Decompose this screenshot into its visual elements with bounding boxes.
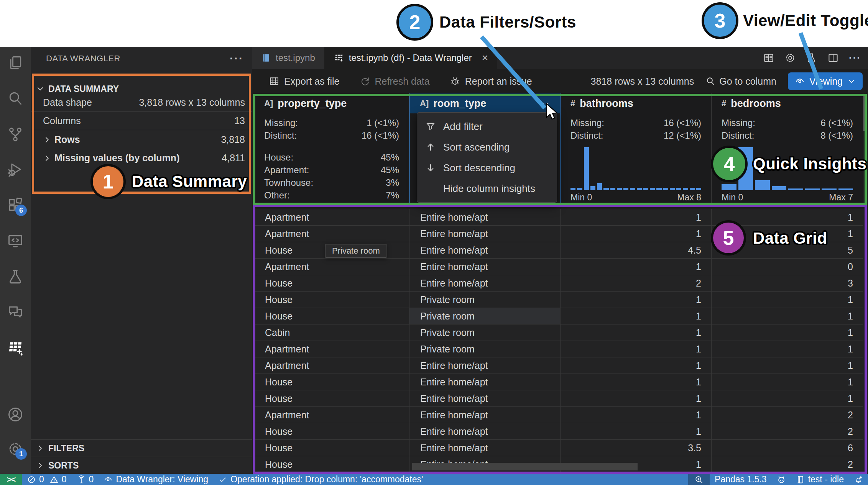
remote-explorer-icon[interactable]	[6, 232, 25, 250]
horizontal-scrollbar[interactable]	[412, 463, 638, 470]
close-icon[interactable]: ×	[482, 54, 488, 62]
table-cell[interactable]: 1	[561, 292, 712, 308]
github-status[interactable]	[772, 474, 791, 485]
table-cell[interactable]: 3.5	[561, 440, 712, 456]
account-icon[interactable]	[6, 405, 25, 424]
summary-row[interactable]: Missing values (by column)4,811	[31, 149, 252, 167]
go-to-column-button[interactable]: Go to column	[705, 76, 776, 87]
table-cell[interactable]: 1	[561, 226, 712, 242]
table-cell[interactable]: Entire home/apt	[409, 242, 561, 259]
table-cell[interactable]: 1	[561, 423, 712, 440]
table-cell[interactable]: Apartment	[254, 226, 409, 242]
table-cell[interactable]: Apartment	[254, 259, 409, 275]
table-cell[interactable]: Entire home/apt	[409, 209, 561, 226]
tab-notebook[interactable]: test.ipynb	[252, 47, 324, 69]
split-editor-icon[interactable]	[827, 52, 839, 64]
table-cell[interactable]: House	[254, 423, 409, 440]
explorer-icon[interactable]	[6, 54, 25, 72]
refresh-data-button[interactable]: Refresh data	[360, 76, 430, 87]
column-header-bathrooms[interactable]: # bathrooms Missing:16 (<1%) Distinct:12…	[561, 93, 712, 205]
operation-status[interactable]: Operation applied: Drop column: 'accommo…	[213, 474, 428, 485]
book-icon[interactable]	[763, 52, 774, 64]
vertical-scrollbar[interactable]	[863, 96, 866, 131]
table-cell[interactable]: 1	[712, 390, 863, 407]
table-cell[interactable]: Cabin	[254, 324, 409, 341]
table-cell[interactable]: Private room	[409, 341, 561, 357]
manage-gear-icon[interactable]: 1	[6, 440, 25, 458]
table-cell[interactable]: Entire home/apt	[409, 440, 561, 456]
table-cell[interactable]: 6	[712, 440, 863, 456]
column-header-property-type[interactable]: A] property_type Missing:1 (<1%) Distinc…	[254, 93, 409, 205]
table-cell[interactable]: 1	[712, 341, 863, 357]
table-cell[interactable]: House	[254, 374, 409, 390]
table-cell[interactable]: Apartment	[254, 407, 409, 423]
table-cell[interactable]: 1	[561, 374, 712, 390]
table-cell[interactable]: House	[254, 440, 409, 456]
view-edit-toggle-button[interactable]: Viewing	[788, 72, 863, 90]
table-cell[interactable]: Apartment	[254, 341, 409, 357]
filters-section[interactable]: FILTERS	[31, 439, 252, 457]
pandas-version-status[interactable]: Pandas 1.5.3	[710, 474, 772, 485]
table-cell[interactable]: 2	[561, 275, 712, 292]
table-cell[interactable]: Apartment	[254, 357, 409, 374]
table-cell[interactable]: Entire home/apt	[409, 275, 561, 292]
comments-icon[interactable]	[6, 303, 25, 321]
testing-flask-icon[interactable]	[6, 267, 25, 286]
table-cell[interactable]: House	[254, 275, 409, 292]
table-cell[interactable]: 0	[712, 259, 863, 275]
table-cell[interactable]: 1	[561, 390, 712, 407]
table-cell[interactable]: Private room	[409, 308, 561, 324]
table-cell[interactable]: 1	[712, 292, 863, 308]
problems-status[interactable]: 0 0	[22, 474, 72, 485]
sorts-section[interactable]: SORTS	[31, 457, 252, 474]
report-an-issue-button[interactable]: Report an issue	[450, 76, 532, 87]
menu-item-add-filter[interactable]: Add filter	[417, 116, 557, 137]
table-cell[interactable]: 1	[561, 324, 712, 341]
source-control-icon[interactable]	[6, 125, 25, 143]
notifications-status[interactable]	[849, 474, 868, 485]
table-cell[interactable]: 2	[712, 423, 863, 440]
table-cell[interactable]: Entire home/apt	[409, 226, 561, 242]
table-cell[interactable]: Entire home/apt	[409, 374, 561, 390]
table-cell[interactable]: House	[254, 292, 409, 308]
menu-item-sort-ascending[interactable]: Sort ascending	[417, 137, 557, 157]
table-cell[interactable]: 2	[712, 456, 863, 473]
run-debug-icon[interactable]	[6, 161, 25, 179]
search-icon[interactable]	[6, 89, 25, 108]
table-cell[interactable]: 1	[561, 341, 712, 357]
table-cell[interactable]: Entire home/apt	[409, 407, 561, 423]
table-cell[interactable]: House	[254, 390, 409, 407]
table-cell[interactable]: Entire home/apt	[409, 357, 561, 374]
summary-row[interactable]: Columns13	[31, 112, 252, 130]
table-cell[interactable]: 1	[712, 324, 863, 341]
data-wrangler-mode-status[interactable]: Data Wrangler: Viewing	[99, 474, 213, 485]
table-cell[interactable]: Apartment	[254, 209, 409, 226]
beaker-icon[interactable]	[806, 52, 817, 64]
more-actions-icon[interactable]: ···	[849, 54, 861, 62]
table-cell[interactable]: 1	[712, 357, 863, 374]
table-cell[interactable]: Entire home/apt	[409, 390, 561, 407]
table-cell[interactable]: 1	[561, 357, 712, 374]
summary-row[interactable]: Data shape3,818 rows x 13 columns	[31, 93, 252, 112]
table-cell[interactable]: 1	[561, 209, 712, 226]
settings-gear-icon[interactable]	[784, 52, 796, 64]
extensions-icon[interactable]: 6	[6, 196, 25, 215]
table-cell[interactable]: 1	[712, 374, 863, 390]
table-cell[interactable]: Private room	[409, 292, 561, 308]
tab-data-wrangler[interactable]: test.ipynb (df) - Data Wrangler ×	[324, 47, 497, 69]
menu-item-sort-descending[interactable]: Sort descending	[417, 157, 557, 178]
remote-indicator[interactable]: ><	[0, 474, 22, 485]
data-wrangler-icon[interactable]	[6, 339, 25, 357]
table-cell[interactable]: House	[254, 456, 409, 473]
table-cell[interactable]: 1	[712, 308, 863, 324]
kernel-status[interactable]: test - idle	[791, 474, 849, 485]
table-cell[interactable]: Private room	[409, 324, 561, 341]
column-menu-icon[interactable]: ···	[538, 100, 550, 107]
table-cell[interactable]: Entire home/apt	[409, 423, 561, 440]
table-cell[interactable]: 4.5	[561, 242, 712, 259]
summary-row[interactable]: Rows3,818	[31, 130, 252, 149]
table-cell[interactable]: 2	[712, 407, 863, 423]
table-cell[interactable]: Entire home/apt	[409, 259, 561, 275]
zoom-status[interactable]	[688, 474, 710, 485]
export-as-file-button[interactable]: Export as file	[269, 76, 340, 87]
